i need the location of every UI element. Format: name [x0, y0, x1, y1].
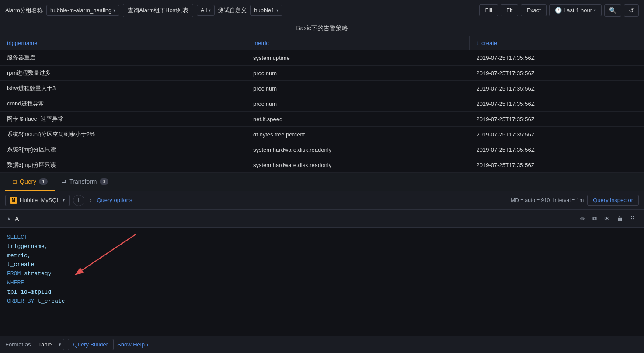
datasource-selector[interactable]: M Hubble_MySQL ▾	[5, 195, 70, 206]
kw-from: FROM	[7, 270, 21, 277]
all-select[interactable]: All ▾	[197, 5, 215, 16]
kw-select: SELECT	[7, 234, 28, 241]
cell-1-1: proc.num	[246, 66, 470, 81]
expand-button[interactable]: ›	[88, 195, 94, 206]
transform-tab-label: Transform	[69, 178, 97, 185]
panel-tabs: ⊟ Query 1 ⇄ Transform 0	[0, 173, 644, 191]
data-table: triggername metric t_create 服务器重启system.…	[0, 36, 644, 173]
cell-2-2: 2019-07-25T17:35:56Z	[470, 81, 644, 96]
table-header-row: triggername metric t_create	[0, 36, 644, 50]
tab-query[interactable]: ⊟ Query 1	[5, 173, 55, 191]
alarm-group-select[interactable]: hubble-m-alarm_healing ▾	[46, 5, 119, 16]
query-tab-icon: ⊟	[12, 178, 17, 185]
query-options-bar: M Hubble_MySQL ▾ i › Query options MD = …	[0, 191, 644, 210]
time-range-button[interactable]: 🕐 Last 1 hour ▾	[549, 4, 602, 16]
cell-3-1: proc.num	[246, 96, 470, 112]
table-title: Basic下的告警策略	[0, 21, 644, 36]
query-builder-button[interactable]: Query Builder	[68, 339, 114, 350]
hubble-select[interactable]: hubble1 ▾	[250, 5, 282, 16]
field-metric: metric,	[7, 252, 31, 259]
copy-query-button[interactable]: ⧉	[590, 213, 599, 224]
time-caret-icon: ▾	[594, 8, 596, 13]
cell-7-1: system.hardware.disk.readonly	[246, 157, 470, 173]
cell-2-1: proc.num	[246, 81, 470, 96]
datasource-name: Hubble_MySQL	[20, 197, 60, 203]
query-inspector-button[interactable]: Query inspector	[587, 195, 639, 206]
kw-orderby: ORDER BY	[7, 298, 34, 304]
datasource-icon: M	[10, 197, 17, 204]
table-row: 数据${mp}分区只读system.hardware.disk.readonly…	[0, 157, 644, 173]
show-help-button[interactable]: Show Help ›	[117, 341, 148, 348]
cell-6-1: system.hardware.disk.readonly	[246, 142, 470, 157]
query-options-link[interactable]: Query options	[97, 197, 132, 203]
fill-button[interactable]: Fill	[479, 4, 498, 16]
tab-transform[interactable]: ⇄ Transform 0	[55, 173, 115, 191]
query-tab-badge: 1	[39, 178, 48, 185]
cell-7-0: 数据${mp}分区只读	[0, 157, 246, 173]
query-header: ∨ A ✏ ⧉ 👁 🗑 ⠿	[0, 210, 644, 228]
cell-4-0: 网卡 ${iface} 速率异常	[0, 112, 246, 127]
hubble-value: hubble1	[254, 7, 274, 14]
query-actions: ✏ ⧉ 👁 🗑 ⠿	[578, 213, 637, 224]
all-value: All	[201, 7, 207, 14]
cell-4-2: 2019-07-25T17:35:56Z	[470, 112, 644, 127]
cell-3-0: crond进程异常	[0, 96, 246, 112]
cell-4-1: net.if.speed	[246, 112, 470, 127]
table-row: 服务器重启system.uptime2019-07-25T17:35:56Z	[0, 50, 644, 66]
datasource-info-button[interactable]: i	[73, 195, 84, 206]
exact-button[interactable]: Exact	[521, 4, 547, 16]
col-metric: metric	[246, 36, 470, 50]
fit-button[interactable]: Fit	[501, 4, 518, 16]
cell-1-0: rpm进程数量过多	[0, 66, 246, 81]
delete-query-button[interactable]: 🗑	[614, 213, 626, 224]
top-toolbar: Alarm分组名称 hubble-m-alarm_healing ▾ 查询Ala…	[0, 0, 644, 21]
query-collapse-button[interactable]: ∨	[7, 215, 11, 222]
cell-0-1: system.uptime	[246, 50, 470, 66]
query-label: A	[15, 215, 19, 222]
interval-label: Interval = 1m	[553, 197, 584, 203]
table-section: Basic下的告警策略 triggername metric t_create …	[0, 21, 644, 173]
cell-5-2: 2019-07-25T17:35:56Z	[470, 127, 644, 142]
code-editor[interactable]: SELECT triggername, metric, t_create FRO…	[0, 228, 644, 311]
transform-tab-badge: 0	[100, 178, 108, 185]
cell-5-0: 系统${mount}分区空间剩余小于2%	[0, 127, 246, 142]
cell-0-2: 2019-07-25T17:35:56Z	[470, 50, 644, 66]
all-caret: ▾	[209, 8, 211, 13]
zoom-button[interactable]: 🔍	[604, 4, 621, 17]
test-label: 测试自定义	[218, 7, 247, 14]
col-tcreate: t_create	[470, 36, 644, 50]
cell-6-2: 2019-07-25T17:35:56Z	[470, 142, 644, 157]
bottom-bar: Format as Table ▾ Query Builder Show Hel…	[0, 336, 644, 353]
kw-where: WHERE	[7, 280, 24, 286]
cell-5-1: df.bytes.free.percent	[246, 127, 470, 142]
drag-handle[interactable]: ⠿	[627, 213, 637, 224]
hubble-caret: ▾	[276, 8, 278, 13]
alarm-group-label: Alarm分组名称	[5, 7, 43, 14]
table-row: lshw进程数量大于3proc.num2019-07-25T17:35:56Z	[0, 81, 644, 96]
cell-7-2: 2019-07-25T17:35:56Z	[470, 157, 644, 173]
field-triggername: triggername,	[7, 243, 48, 250]
clock-icon: 🕐	[555, 7, 562, 14]
datasource-caret: ▾	[63, 198, 65, 203]
query-tab-label: Query	[20, 178, 36, 185]
query-area: ∨ A ✏ ⧉ 👁 🗑 ⠿ SELECT triggername, metric…	[0, 210, 644, 353]
format-select-caret[interactable]: ▾	[56, 340, 64, 349]
transform-tab-icon: ⇄	[62, 178, 66, 185]
cell-6-0: 系统${mp}分区只读	[0, 142, 246, 157]
table-row: 系统${mp}分区只读system.hardware.disk.readonly…	[0, 142, 644, 157]
table-row: 系统${mount}分区空间剩余小于2%df.bytes.free.percen…	[0, 127, 644, 142]
orderby-field: t_create	[34, 298, 65, 304]
table-row: rpm进程数量过多proc.num2019-07-25T17:35:56Z	[0, 66, 644, 81]
col-triggername: triggername	[0, 36, 246, 50]
where-condition: tpl_id=$tplId	[7, 289, 51, 295]
show-help-icon: ›	[146, 341, 148, 348]
cell-3-2: 2019-07-25T17:35:56Z	[470, 96, 644, 112]
alarm-group-value: hubble-m-alarm_healing	[50, 7, 111, 14]
format-as-label: Format as	[5, 341, 31, 348]
toggle-visibility-button[interactable]: 👁	[601, 213, 613, 224]
refresh-button[interactable]: ↺	[624, 4, 639, 17]
show-help-label: Show Help	[117, 341, 145, 348]
main-content: Basic下的告警策略 triggername metric t_create …	[0, 21, 644, 353]
edit-query-button[interactable]: ✏	[578, 213, 588, 224]
query-alarm-btn[interactable]: 查询Alarm组下Host列表	[123, 4, 193, 17]
